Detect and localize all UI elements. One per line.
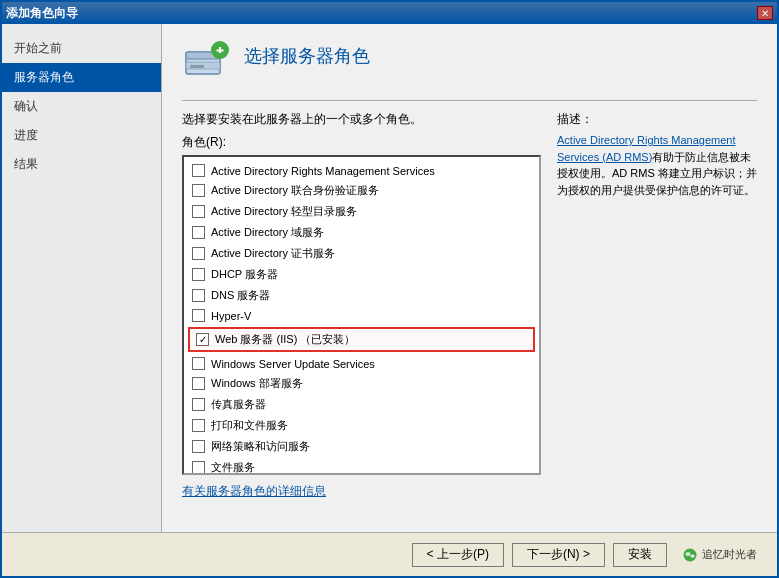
link-area: 有关服务器角色的详细信息 — [182, 483, 541, 500]
role-checkbox[interactable] — [192, 440, 205, 453]
svg-point-15 — [692, 555, 693, 556]
sidebar-item-confirm[interactable]: 确认 — [2, 92, 161, 121]
role-item-label: 打印和文件服务 — [211, 418, 288, 433]
role-checkbox[interactable] — [192, 357, 205, 370]
role-item[interactable]: 传真服务器 — [184, 394, 539, 415]
role-checkbox[interactable] — [192, 164, 205, 177]
header-area: 选择服务器角色 — [182, 40, 757, 88]
role-item[interactable]: 文件服务 — [184, 457, 539, 475]
roles-info-link[interactable]: 有关服务器角色的详细信息 — [182, 484, 326, 498]
right-panel: 描述： Active Directory Rights Management S… — [557, 111, 757, 522]
role-item[interactable]: Active Directory 证书服务 — [184, 243, 539, 264]
next-button[interactable]: 下一步(N) > — [512, 543, 605, 567]
role-item-label: Web 服务器 (IIS) （已安装） — [215, 332, 355, 347]
role-checkbox[interactable] — [192, 289, 205, 302]
role-checkbox[interactable] — [192, 184, 205, 197]
role-item[interactable]: Active Directory 联合身份验证服务 — [184, 180, 539, 201]
window-title: 添加角色向导 — [6, 5, 78, 22]
role-checkbox[interactable] — [192, 226, 205, 239]
role-item-label: Active Directory Rights Management Servi… — [211, 165, 435, 177]
role-item[interactable]: DNS 服务器 — [184, 285, 539, 306]
svg-point-16 — [693, 555, 694, 556]
svg-point-14 — [690, 555, 694, 558]
watermark-text: 追忆时光者 — [683, 547, 757, 562]
role-item-label: Active Directory 证书服务 — [211, 246, 335, 261]
role-item-label: 文件服务 — [211, 460, 255, 475]
svg-rect-9 — [217, 50, 224, 52]
sidebar-item-progress[interactable]: 进度 — [2, 121, 161, 150]
role-checkbox[interactable] — [192, 205, 205, 218]
role-checkbox[interactable] — [196, 333, 209, 346]
role-checkbox[interactable] — [192, 377, 205, 390]
role-item[interactable]: Hyper-V — [184, 306, 539, 325]
install-button[interactable]: 安装 — [613, 543, 667, 567]
content-area: 开始之前 服务器角色 确认 进度 结果 — [2, 24, 777, 532]
sidebar-item-roles[interactable]: 服务器角色 — [2, 63, 161, 92]
role-item[interactable]: 打印和文件服务 — [184, 415, 539, 436]
role-item-label: DNS 服务器 — [211, 288, 270, 303]
role-item-label: Active Directory 联合身份验证服务 — [211, 183, 379, 198]
svg-point-13 — [688, 553, 689, 554]
page-title: 选择服务器角色 — [244, 44, 370, 68]
prev-button[interactable]: < 上一步(P) — [412, 543, 504, 567]
role-item-label: Windows Server Update Services — [211, 358, 375, 370]
role-item-label: Active Directory 域服务 — [211, 225, 324, 240]
role-item-label: Windows 部署服务 — [211, 376, 303, 391]
sidebar-item-result[interactable]: 结果 — [2, 150, 161, 179]
close-button[interactable]: ✕ — [757, 6, 773, 20]
role-checkbox[interactable] — [192, 398, 205, 411]
header-icon — [182, 40, 230, 88]
main-panel: 选择服务器角色 选择要安装在此服务器上的一个或多个角色。 角色(R): Acti… — [162, 24, 777, 532]
description-text: Active Directory Rights Management Servi… — [557, 132, 757, 198]
role-item[interactable]: Web 服务器 (IIS) （已安装） — [188, 327, 535, 352]
role-item-label: 传真服务器 — [211, 397, 266, 412]
svg-point-4 — [208, 54, 212, 58]
role-item-label: Hyper-V — [211, 310, 251, 322]
role-item[interactable]: Active Directory Rights Management Servi… — [184, 161, 539, 180]
role-list[interactable]: Active Directory Rights Management Servi… — [182, 155, 541, 475]
footer: < 上一步(P) 下一步(N) > 安装 追忆时光者 — [2, 532, 777, 576]
role-item[interactable]: Windows 部署服务 — [184, 373, 539, 394]
role-label: 角色(R): — [182, 134, 541, 151]
title-bar: 添加角色向导 ✕ — [2, 2, 777, 24]
svg-point-11 — [685, 552, 690, 556]
main-window: 添加角色向导 ✕ 开始之前 服务器角色 确认 进度 结果 — [0, 0, 779, 578]
sidebar: 开始之前 服务器角色 确认 进度 结果 — [2, 24, 162, 532]
role-item[interactable]: Active Directory 轻型目录服务 — [184, 201, 539, 222]
sidebar-item-start[interactable]: 开始之前 — [2, 34, 161, 63]
description-label: 描述： — [557, 111, 757, 128]
instruction-text: 选择要安装在此服务器上的一个或多个角色。 — [182, 111, 541, 128]
svg-rect-5 — [190, 65, 204, 68]
role-checkbox[interactable] — [192, 268, 205, 281]
left-panel: 选择要安装在此服务器上的一个或多个角色。 角色(R): Active Direc… — [182, 111, 541, 522]
role-item[interactable]: Active Directory 域服务 — [184, 222, 539, 243]
svg-point-12 — [687, 553, 688, 554]
role-item[interactable]: 网络策略和访问服务 — [184, 436, 539, 457]
role-item-label: 网络策略和访问服务 — [211, 439, 310, 454]
body-area: 选择要安装在此服务器上的一个或多个角色。 角色(R): Active Direc… — [182, 111, 757, 522]
role-checkbox[interactable] — [192, 309, 205, 322]
role-checkbox[interactable] — [192, 419, 205, 432]
role-checkbox[interactable] — [192, 247, 205, 260]
header-divider — [182, 100, 757, 101]
role-item[interactable]: DHCP 服务器 — [184, 264, 539, 285]
role-item-label: Active Directory 轻型目录服务 — [211, 204, 357, 219]
role-item[interactable]: Windows Server Update Services — [184, 354, 539, 373]
role-checkbox[interactable] — [192, 461, 205, 474]
role-item-label: DHCP 服务器 — [211, 267, 278, 282]
